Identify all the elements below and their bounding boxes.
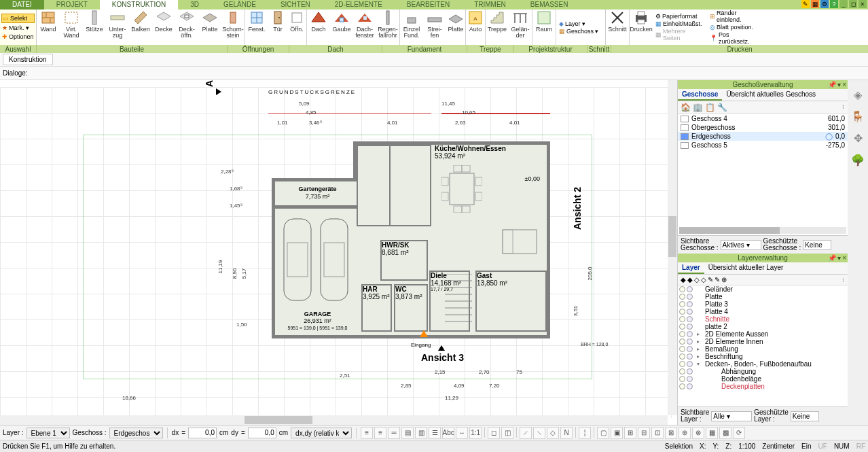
layer-row[interactable]: Platte 3 [678,300,848,308]
panel-pin-icon[interactable]: 📌 [828,81,836,88]
oeffn-button[interactable]: Öffn. [287,10,306,45]
tb-icon[interactable]: ☰ [429,427,441,439]
layer-select[interactable]: Ebene 1 [26,428,70,438]
platte-button[interactable]: Platte [198,10,221,45]
panel-close-icon[interactable]: × [842,81,846,88]
geschoss-tab-geschosse[interactable]: Geschosse [678,89,722,101]
tb-icon[interactable]: ▢ [597,427,609,439]
canvas-scroll-vertical[interactable] [668,80,677,415]
tree-tool-icon[interactable]: 🌳 [850,152,865,167]
virt-wand-button[interactable]: Virt. Wand [60,10,83,45]
drucken-button[interactable]: Drucken [630,10,653,45]
gelaender-button[interactable]: Gelän- der [509,10,532,45]
layer-toolbar-icon[interactable]: ◇ [701,276,706,283]
tb-icon[interactable]: ⊗ [692,427,704,439]
geschuetzte-geschosse-select[interactable]: Keine [803,240,831,250]
tb-icon[interactable]: ▩ [719,427,731,439]
layer-row[interactable]: ▸Beschriftung [678,353,848,360]
wand-button[interactable]: Wand [37,10,60,45]
titlebar-icon-3[interactable]: ⚙ [820,0,829,8]
tb-icon[interactable]: ⊕ [679,427,691,439]
gaube-button[interactable]: Gaube [330,10,353,45]
layer-row[interactable]: Abhängung [678,368,848,375]
panel-expand-icon[interactable]: ↕ [842,276,845,283]
maximize-icon[interactable]: ◻ [849,0,857,8]
papierformat-button[interactable]: ⚙Papierformat [655,13,704,20]
tb-icon[interactable]: ≡ [361,427,373,439]
coord-mode-select[interactable]: dx,dy (relativ ka [291,428,352,438]
tb-icon[interactable]: ◫ [501,427,513,439]
select-tool[interactable]: ▭Selekt [1,14,35,23]
tb-icon[interactable]: ▦ [706,427,718,439]
geschuetzte-layer-select[interactable]: Keine [791,411,819,421]
layer-row[interactable]: ▸2D Elemente Aussen [678,330,848,338]
menu-bearbeiten[interactable]: BEARBEITEN [395,0,462,10]
menu-file[interactable]: DATEI [0,0,44,10]
layer-tab-uebersicht[interactable]: Übersicht aktueller Layer [704,262,788,274]
titlebar-icon-2[interactable]: ▦ [811,0,819,8]
menu-projekt[interactable]: PROJEKT [44,0,100,10]
dachfenster-button[interactable]: Dach- fenster [353,10,376,45]
options-tool[interactable]: ✚Optionen [1,33,35,41]
mark-tool[interactable]: ★Mark. ▾ [1,24,35,32]
menu-sichten[interactable]: SICHTEN [268,0,323,10]
layer-toolbar-icon[interactable]: ✎ [708,276,713,283]
layer-toolbar-icon[interactable]: ◆ [687,276,693,283]
layer-row[interactable]: Bodenbeläge [678,375,848,383]
tuer-button[interactable]: Tür [268,10,287,45]
sichtbare-geschosse-select[interactable]: Aktives ▾ [721,240,761,250]
layer-dropdown[interactable]: ◆Layer ▾ [559,20,602,27]
geschoss-tab-uebersicht[interactable]: Übersicht aktuelles Geschoss [722,89,820,101]
close-icon[interactable]: × [858,0,867,8]
furniture-tool-icon[interactable]: 🪑 [850,109,865,124]
dy-input[interactable] [248,428,276,438]
tb-icon[interactable]: ▣ [611,427,623,439]
menu-gelaende[interactable]: GELÄNDE [211,0,268,10]
treppe-button[interactable]: Treppe [486,10,509,45]
regenfallrohr-button[interactable]: Regen- fallrohr [376,10,399,45]
drawing-canvas[interactable]: GRUNDSTÜCKSGRENZE Ansicht Ansicht 2 Ansi… [0,80,678,425]
tb-icon[interactable]: Abc [442,427,454,439]
geschoss-toolbar-icon[interactable]: 🏢 [693,103,703,112]
layer-row[interactable]: Platte 4 [678,308,848,315]
titlebar-icon-1[interactable]: ✎ [801,0,810,8]
geschoss-dropdown[interactable]: ▦Geschoss ▾ [559,28,602,35]
layer-row[interactable]: Deckenplatten [678,383,848,390]
tb-icon[interactable]: ≡ [374,427,386,439]
tb-icon[interactable]: ¦ [579,427,591,439]
stuetze-button[interactable]: Stütze [83,10,106,45]
panel-expand-icon[interactable]: ↕ [842,103,845,112]
geschoss-toolbar-icon[interactable]: 📋 [705,103,715,112]
raender-button[interactable]: ⊞Ränder einblend. [710,10,760,23]
decke-button[interactable]: Decke [152,10,175,45]
layer-toolbar-icon[interactable]: ◆ [681,276,686,283]
layer-row[interactable]: ▸Bemaßung [678,345,848,353]
schornstein-button[interactable]: Schorn- stein [221,10,245,45]
einzelfund-button[interactable]: Einzel Fund. [400,10,423,45]
tb-icon[interactable]: ⊞ [624,427,636,439]
blatt-pos-button[interactable]: ◎Blatt position. [710,24,760,31]
geschoss-select[interactable]: Erdgeschos [109,428,163,438]
layer-toolbar-icon[interactable]: ⊕ [721,276,727,283]
tb-icon[interactable]: ↔ [456,427,468,439]
tb-icon[interactable]: ◇ [547,427,559,439]
geschoss-row[interactable]: Geschoss 4601,0 [678,114,848,123]
dach-button[interactable]: Dach [307,10,330,45]
layer-tab-layer[interactable]: Layer [678,262,704,274]
panel-dropdown-icon[interactable]: ▾ [837,254,841,262]
tb-icon[interactable]: 1:1 [469,427,482,439]
streifen-button[interactable]: Strei- fen [423,10,446,45]
layer-toolbar-icon[interactable]: ✎ [715,276,720,283]
fundplatte-button[interactable]: Platte [446,10,465,45]
fenster-button[interactable]: Fenst. [245,10,268,45]
panel-pin-icon[interactable]: 📌 [828,254,836,262]
schnitt-button[interactable]: Schnitt [606,10,629,45]
canvas-scroll-horizontal[interactable] [0,415,668,425]
tb-icon[interactable]: ⟳ [733,427,745,439]
raum-button[interactable]: Raum [532,10,556,45]
menu-bemassen[interactable]: BEMASSEN [518,0,581,10]
tb-icon[interactable]: ▥ [415,427,427,439]
minimize-icon[interactable]: _ [839,0,848,8]
tb-icon[interactable]: ▤ [401,427,414,439]
layer-row[interactable]: Platte [678,293,848,300]
